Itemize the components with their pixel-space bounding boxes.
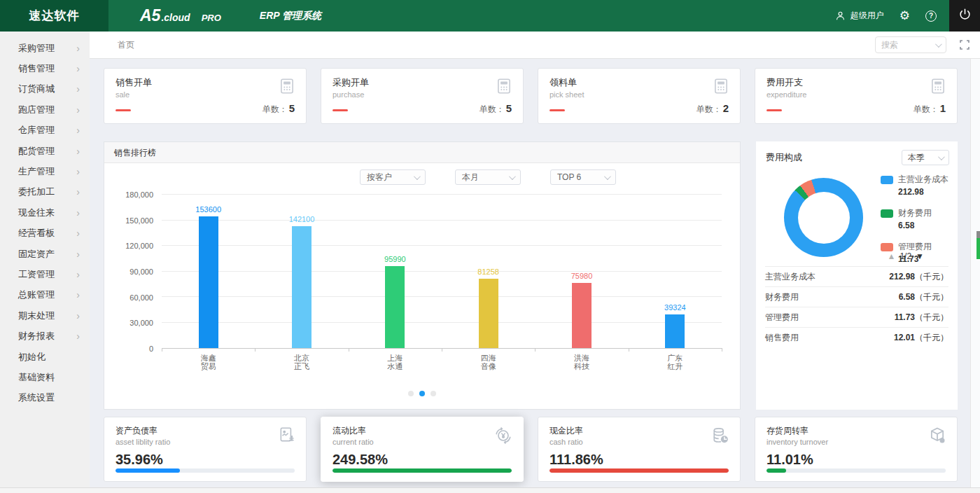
bar-海鑫贸易[interactable]: 153600: [199, 216, 218, 348]
sidebar-item-label: 固定资产: [18, 248, 55, 261]
carousel-dot-1[interactable]: [408, 391, 414, 396]
sidebar-item-16[interactable]: 初始化: [0, 347, 90, 367]
sidebar-item-9[interactable]: 现金往来›: [0, 202, 90, 223]
logo-a5: A5: [140, 6, 160, 25]
expense-panel-title: 费用构成: [766, 151, 802, 164]
expense-row-value: 212.98（千元）: [889, 271, 948, 283]
sidebar-item-12[interactable]: 工资管理›: [0, 264, 90, 284]
sidebar-item-11[interactable]: 固定资产›: [0, 244, 90, 264]
x-axis-tick: [442, 348, 442, 352]
legend-swatch: [881, 243, 893, 251]
bar-洪海科技[interactable]: 75980: [572, 283, 592, 348]
y-tick-label: 30,000: [104, 319, 153, 327]
calculator-icon: [929, 77, 947, 98]
sidebar-item-label: 基础资料: [18, 371, 55, 384]
fullscreen-icon[interactable]: [959, 39, 970, 50]
metric-card-title: 流动比率: [332, 425, 512, 437]
search-input[interactable]: [881, 40, 930, 50]
expense-row: 主营业务成本212.98（千元）: [765, 266, 948, 286]
pager-up-icon[interactable]: ▲: [888, 251, 896, 261]
bar-value-label: 81258: [477, 268, 499, 276]
stat-card[interactable]: 采购开单purchase单数：5: [321, 68, 524, 124]
sidebar-item-6[interactable]: 配货管理›: [0, 141, 90, 161]
filter-dropdown-3[interactable]: TOP 6: [550, 169, 616, 185]
help-icon[interactable]: ?: [925, 11, 937, 22]
chevron-right-icon: ›: [76, 228, 80, 239]
scrollbar-thumb[interactable]: [976, 231, 980, 259]
progress-track: [766, 468, 946, 473]
calculator-icon: [278, 77, 296, 98]
bar-value-label: 95990: [384, 255, 406, 263]
period-dropdown[interactable]: 本季: [902, 150, 949, 165]
sidebar-item-label: 期末处理: [18, 310, 55, 322]
sidebar-item-10[interactable]: 经营看板›: [0, 223, 90, 244]
metric-card[interactable]: 现金比率cash ratio111.86%: [538, 417, 741, 482]
sidebar-menu: 采购管理›销售管理›订货商城›跑店管理›仓库管理›配货管理›生产管理›委托加工›…: [0, 32, 90, 487]
legend-item[interactable]: 财务费用6.58: [881, 207, 948, 230]
horizontal-scrollbar[interactable]: [0, 487, 980, 493]
document-cards-row: 销售开单sale单数：5采购开单purchase单数：5领料单pick shee…: [104, 68, 958, 124]
stat-card[interactable]: 费用开支expenditure单数：1: [755, 68, 958, 124]
sidebar-item-label: 跑店管理: [18, 104, 55, 116]
stat-card-count: 单数：5: [479, 102, 512, 116]
metric-card[interactable]: 资产负债率asset liblity ratio35.96%: [104, 417, 307, 482]
sidebar-item-2[interactable]: 销售管理›: [0, 58, 90, 78]
count-label: 单数：: [479, 104, 505, 114]
legend-item[interactable]: 主营业务成本212.98: [881, 174, 948, 197]
sidebar-item-label: 财务报表: [18, 330, 55, 342]
metric-card[interactable]: 流动比率current ratio249.58%: [321, 417, 524, 482]
sidebar-item-label: 生产管理: [18, 165, 55, 178]
bar-上海水通[interactable]: 95990: [385, 266, 405, 348]
count-label: 单数：: [262, 104, 288, 114]
sidebar-item-15[interactable]: 财务报表›: [0, 326, 90, 346]
carousel-dot-2[interactable]: [419, 391, 425, 396]
stat-card-subtitle: pick sheet: [550, 90, 729, 99]
expense-row-number: 12.01: [894, 333, 915, 342]
search-dropdown[interactable]: [875, 36, 946, 53]
bar-四海音像[interactable]: 81258: [479, 279, 498, 348]
red-dash: [115, 109, 131, 111]
tab-home[interactable]: 首页: [118, 39, 134, 51]
sidebar-item-17[interactable]: 基础资料: [0, 367, 90, 387]
expense-row-unit: （千元）: [915, 292, 948, 302]
sidebar-item-14[interactable]: 期末处理›: [0, 305, 90, 326]
progress-fill: [332, 468, 512, 473]
x-category-label: 洪海科技: [574, 354, 589, 370]
metric-card-subtitle: cash ratio: [550, 438, 729, 446]
sidebar-item-18[interactable]: 系统设置: [0, 388, 90, 408]
sidebar-item-7[interactable]: 生产管理›: [0, 161, 90, 181]
expense-row: 管理费用11.73（千元）: [765, 307, 948, 327]
legend-pager: ▲ 1/2 ▼: [888, 251, 924, 261]
legend-swatch: [881, 209, 893, 218]
brand-logo: 速达软件: [0, 0, 108, 32]
x-category-label: 北京正飞: [294, 354, 309, 370]
filter-dropdown-2[interactable]: 本月: [455, 169, 521, 185]
bar-广东红升[interactable]: 39324: [665, 314, 685, 348]
metric-card-value: 11.01%: [766, 452, 946, 468]
stat-card[interactable]: 销售开单sale单数：5: [104, 68, 307, 124]
sidebar-item-13[interactable]: 总账管理›: [0, 285, 90, 305]
logo-cloud: .cloud: [161, 12, 190, 23]
carousel-dot-3[interactable]: [430, 391, 436, 396]
count-value: 5: [289, 102, 295, 114]
bar-value-label: 153600: [195, 205, 221, 214]
settings-gear-icon[interactable]: ⚙: [899, 10, 910, 22]
sidebar-item-1[interactable]: 采购管理›: [0, 38, 90, 58]
filter-dropdown-1[interactable]: 按客户: [360, 169, 426, 185]
expense-row: 财务费用6.58（千元）: [765, 286, 948, 307]
brand-name: 速达软件: [29, 8, 80, 24]
sidebar-item-4[interactable]: 跑店管理›: [0, 99, 90, 120]
user-menu[interactable]: 超级用户: [834, 10, 884, 22]
stat-card-count: 单数：5: [262, 102, 295, 116]
stat-card[interactable]: 领料单pick sheet单数：2: [538, 68, 741, 124]
sidebar-item-8[interactable]: 委托加工›: [0, 182, 90, 202]
logout-power-button[interactable]: [949, 0, 980, 32]
sidebar-item-3[interactable]: 订货商城›: [0, 79, 90, 99]
calculator-icon: [712, 77, 730, 98]
bar-北京正飞[interactable]: 142100: [292, 226, 312, 348]
pager-down-icon[interactable]: ▼: [916, 251, 924, 261]
metric-card-subtitle: current ratio: [332, 438, 512, 446]
metric-card[interactable]: 存货周转率inventory turnover11.01%: [755, 417, 958, 482]
sidebar-item-5[interactable]: 仓库管理›: [0, 120, 90, 141]
y-tick-label: 150,000: [104, 216, 153, 225]
